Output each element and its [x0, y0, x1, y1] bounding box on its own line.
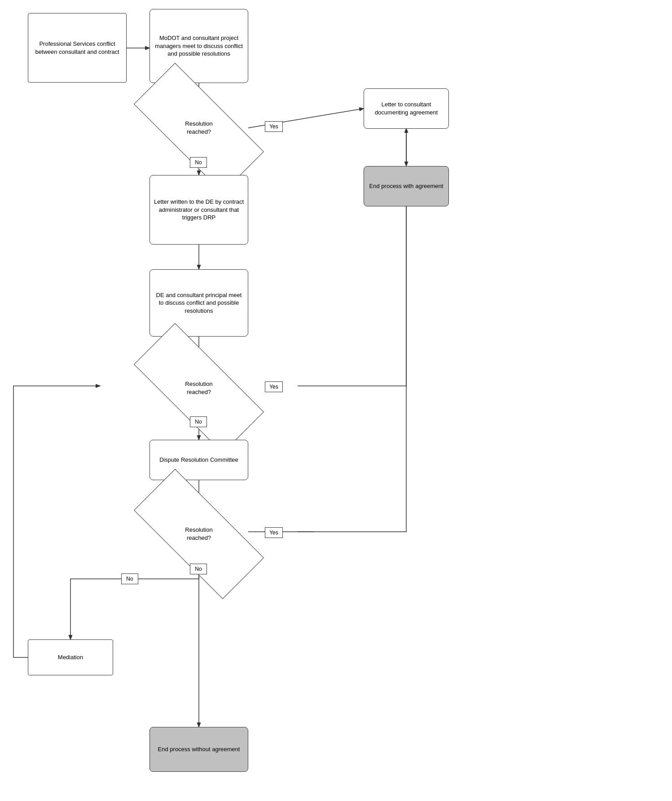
mediation-label: Mediation — [58, 653, 83, 661]
no3-label: No — [121, 573, 138, 584]
yes3-label: Yes — [265, 527, 283, 538]
end-agree-node: End process with agreement — [364, 166, 449, 206]
drc-node: Dispute Resolution Committee — [149, 440, 248, 480]
letter-doc-node: Letter to consultant documenting agreeme… — [364, 88, 449, 129]
modot-meet-node: MoDOT and consultant project managers me… — [149, 9, 248, 83]
letter-de-node: Letter written to the DE by contract adm… — [149, 175, 248, 245]
no4-label: No — [190, 564, 207, 574]
no1-label: No — [190, 157, 207, 168]
start-node: Professional Services conflict between c… — [28, 13, 127, 83]
letter-doc-label: Letter to consultant documenting agreeme… — [368, 101, 445, 116]
arrows-svg — [0, 0, 672, 801]
mediation-node: Mediation — [28, 639, 113, 675]
flowchart: Professional Services conflict between c… — [0, 0, 672, 801]
start-label: Professional Services conflict between c… — [32, 40, 123, 56]
letter-de-label: Letter written to the DE by contract adm… — [154, 198, 244, 222]
resolution1-label: Resolutionreached? — [185, 120, 212, 136]
de-meet-node: DE and consultant principal meet to disc… — [149, 269, 248, 337]
drc-label: Dispute Resolution Committee — [159, 456, 238, 464]
de-meet-label: DE and consultant principal meet to disc… — [154, 291, 244, 315]
resolution1-node: Resolutionreached? — [136, 99, 262, 157]
end-no-agree-label: End process without agreement — [158, 745, 240, 753]
end-no-agree-node: End process without agreement — [149, 727, 248, 772]
no2-label: No — [190, 416, 207, 427]
resolution3-node: Resolutionreached? — [136, 505, 262, 563]
resolution2-label: Resolutionreached? — [185, 380, 212, 396]
yes1-label: Yes — [265, 121, 283, 132]
end-agree-label: End process with agreement — [369, 182, 444, 190]
resolution2-node: Resolutionreached? — [136, 359, 262, 417]
modot-meet-label: MoDOT and consultant project managers me… — [154, 34, 244, 58]
yes2-label: Yes — [265, 381, 283, 392]
resolution3-label: Resolutionreached? — [185, 526, 212, 542]
